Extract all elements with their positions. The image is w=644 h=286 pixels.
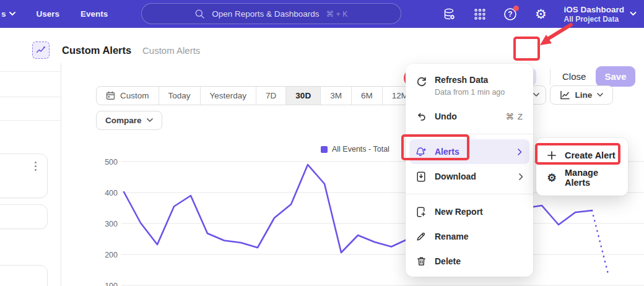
refresh-timestamp: Data from 1 min ago [435, 88, 505, 97]
menu-item-delete[interactable]: Delete [406, 249, 533, 274]
range-3m[interactable]: 3M [320, 87, 351, 105]
legend-label: All Events - Total [332, 145, 389, 154]
new-report-icon [416, 206, 427, 217]
chevron-right-icon [518, 149, 522, 155]
range-today[interactable]: Today [159, 87, 200, 105]
search-placeholder: Open Reports & Dashboards [212, 9, 319, 19]
menu-divider [406, 134, 533, 134]
report-header: Custom Alerts Custom Alerts GV Duplicate… [0, 28, 644, 63]
undo-icon [416, 111, 427, 122]
save-button[interactable]: Save [596, 66, 635, 87]
settings-gear-icon[interactable]: ⚙ [533, 7, 548, 22]
submenu-item-label: Manage Alerts [565, 168, 618, 188]
range-custom[interactable]: Custom [97, 87, 159, 105]
svg-text:500: 500 [105, 158, 118, 167]
svg-text:300: 300 [105, 220, 118, 228]
menu-item-label: Rename [435, 232, 468, 241]
search-shortcut: ⌘ + K [326, 9, 348, 19]
close-button[interactable]: Close [562, 71, 586, 82]
trash-icon [416, 256, 427, 267]
svg-text:?: ? [508, 10, 513, 19]
range-yesterday[interactable]: Yesterday [200, 87, 256, 105]
chevron-down-icon [630, 12, 637, 16]
chart-type-button[interactable]: Line [550, 85, 613, 105]
menu-item-label: Refresh Data [435, 75, 505, 85]
menu-item-new-report[interactable]: New Report [406, 199, 533, 224]
nav-item-partial[interactable]: s [1, 9, 15, 19]
project-name: iOS Dashboard [564, 5, 624, 14]
notification-badge [513, 6, 519, 11]
report-chart-icon [32, 41, 50, 59]
data-management-icon[interactable] [442, 7, 457, 22]
sidebar-card[interactable] [0, 265, 48, 286]
alerts-submenu: Create Alert ⚙ Manage Alerts [536, 138, 628, 196]
chart-legend: All Events - Total [321, 145, 389, 154]
refresh-icon [416, 76, 427, 87]
sidebar-card[interactable] [0, 204, 48, 229]
apps-grid-icon[interactable] [472, 7, 487, 22]
chevron-down-icon [597, 93, 603, 97]
sidebar-separator [0, 120, 61, 121]
menu-divider [406, 194, 533, 194]
sidebar-separator [0, 71, 61, 72]
legend-swatch [321, 146, 328, 153]
left-sidebar [0, 63, 61, 286]
top-navbar: s Users Events Open Reports & Dashboards… [0, 0, 644, 28]
undo-shortcut: ⌘ Z [506, 111, 524, 121]
app-window: 500400300200100 s Users Events Open Repo… [0, 0, 644, 286]
chevron-down-icon [9, 12, 15, 16]
menu-item-label: Undo [435, 111, 457, 121]
sidebar-separator [0, 97, 61, 97]
gear-icon: ⚙ [546, 172, 557, 183]
global-search-input[interactable]: Open Reports & Dashboards ⌘ + K [141, 3, 401, 24]
chevron-right-icon [519, 173, 523, 180]
range-7d[interactable]: 7D [256, 87, 285, 105]
plus-icon [546, 150, 557, 161]
menu-item-alerts[interactable]: Alerts [409, 139, 529, 164]
compare-button[interactable]: Compare [96, 111, 162, 130]
nav-item-events[interactable]: Events [80, 9, 108, 19]
nav-item-partial-label: s [1, 9, 6, 19]
submenu-item-create-alert[interactable]: Create Alert [536, 144, 628, 167]
date-range-control: CustomTodayYesterday7D30D3M6M12M [96, 86, 418, 105]
help-icon[interactable]: ? [503, 7, 518, 22]
navbar-right-cluster: ? ⚙ iOS Dashboard All Project Data [442, 0, 637, 28]
sidebar-card[interactable] [0, 154, 48, 198]
menu-item-label: Delete [435, 256, 461, 266]
svg-text:100: 100 [105, 282, 118, 286]
project-selector[interactable]: iOS Dashboard All Project Data [564, 5, 637, 24]
project-subtitle: All Project Data [564, 15, 619, 24]
breadcrumb: Custom Alerts [142, 45, 200, 56]
kebab-menu-icon[interactable] [35, 162, 37, 171]
range-6m[interactable]: 6M [351, 87, 382, 105]
menu-item-undo[interactable]: Undo ⌘ Z [406, 104, 533, 129]
submenu-item-label: Create Alert [565, 150, 616, 160]
menu-item-label: Download [435, 171, 476, 181]
menu-item-refresh-data[interactable]: Refresh Data Data from 1 min ago [406, 69, 533, 104]
menu-item-download[interactable]: Download [406, 164, 533, 189]
svg-text:400: 400 [105, 189, 118, 197]
header-divider [550, 69, 550, 85]
svg-text:200: 200 [105, 251, 118, 259]
nav-item-users[interactable]: Users [37, 9, 60, 19]
range-30d[interactable]: 30D [285, 87, 320, 105]
pencil-icon [416, 231, 427, 242]
download-icon [416, 171, 427, 182]
line-chart-icon [560, 90, 570, 100]
more-options-menu: Refresh Data Data from 1 min ago Undo ⌘ … [406, 64, 533, 277]
alert-bell-icon [416, 146, 427, 157]
menu-item-label: New Report [435, 207, 483, 217]
chevron-down-icon [147, 118, 153, 123]
submenu-item-manage-alerts[interactable]: ⚙ Manage Alerts [536, 167, 628, 189]
chevron-down-icon [533, 93, 539, 97]
menu-item-label: Alerts [435, 147, 459, 157]
page-title: Custom Alerts [62, 45, 131, 56]
calendar-icon [106, 91, 115, 100]
search-icon [194, 9, 205, 19]
menu-item-rename[interactable]: Rename [406, 224, 533, 249]
